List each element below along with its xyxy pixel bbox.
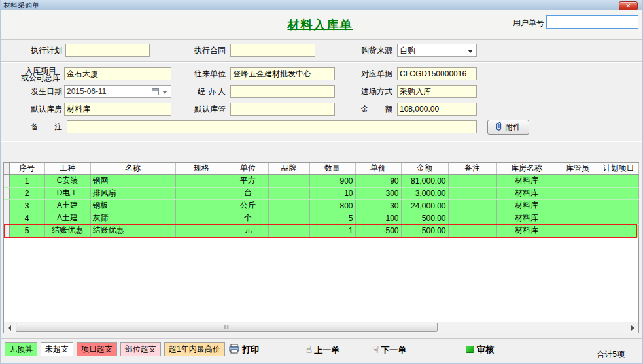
hand-up-icon: ☝ [306, 344, 312, 355]
col-header-unit[interactable]: 单位 [228, 163, 268, 174]
col-header-trade[interactable]: 工种 [44, 163, 90, 174]
amount-label: 金 额 [361, 103, 392, 116]
counterparty-input[interactable]: 登峰五金建材批发中心 [230, 67, 335, 80]
table-row[interactable]: 4 A土建 灰筛 个 5 100 500.00 材料库 [4, 212, 638, 224]
col-header-price[interactable]: 单价 [355, 163, 401, 174]
exec-contract-input[interactable] [230, 44, 315, 57]
col-header-seq[interactable]: 序号 [9, 163, 44, 174]
scroll-left-arrow[interactable] [4, 322, 15, 333]
user-no-input[interactable] [546, 15, 638, 29]
row-indicator-header [4, 163, 9, 174]
items-grid: 序号 工种 名称 规格 单位 品牌 数量 单价 金额 备注 库房名称 库管员 计… [3, 162, 639, 333]
remark-label: 备 注 [31, 120, 62, 133]
exec-plan-label: 执行计划 [31, 44, 62, 57]
exec-plan-input[interactable] [65, 44, 150, 57]
purchase-source-label: 购货来源 [361, 44, 392, 57]
date-picker[interactable]: 2015-06-11 [64, 85, 171, 98]
scroll-right-arrow[interactable] [627, 322, 638, 333]
table-row[interactable]: 3 A土建 钢板 公斤 800 30 24,000.00 材料库 [4, 199, 638, 212]
calendar-icon [152, 88, 159, 95]
footer-bar: 无预算 未超支 项目超支 部位超支 超1年内最高价 打印 ☝上一单 ☟下一单 审… [1, 338, 642, 363]
col-header-brand[interactable]: 品牌 [268, 163, 309, 174]
scrollbar-thumb[interactable]: ‖‖ [16, 323, 438, 332]
main-form-section: 入库项目或公司总库 金石大厦 往来单位 登峰五金建材批发中心 对应单据 CLCG… [1, 63, 642, 141]
table-row[interactable]: 1 C安装 钢网 平方 900 90 81,000.00 材料库 [4, 174, 638, 187]
col-header-spec[interactable]: 规格 [175, 163, 228, 174]
total-count-label: 合计5项 [597, 349, 625, 360]
project-label: 入库项目或公司总库 [20, 67, 61, 80]
audit-button[interactable]: 审核 [466, 343, 494, 357]
page-title: 材料入库单 [288, 17, 353, 33]
remark-input[interactable] [67, 120, 477, 133]
next-doc-button[interactable]: ☟下一单 [373, 343, 406, 357]
col-header-amount[interactable]: 金额 [401, 163, 448, 174]
col-header-qty[interactable]: 数量 [309, 163, 355, 174]
divider [1, 141, 642, 142]
window-title: 材料采购单 [3, 1, 39, 9]
warehouse-label: 默认库房 [31, 103, 62, 116]
prev-doc-button[interactable]: ☝上一单 [306, 343, 339, 357]
paperclip-icon [496, 122, 502, 131]
handler-label: 经 办 人 [194, 85, 226, 98]
handler-input[interactable] [230, 85, 335, 98]
close-button[interactable]: ✕ [619, 1, 638, 10]
project-input[interactable]: 金石大厦 [64, 67, 171, 80]
col-header-warehouse[interactable]: 库房名称 [496, 163, 557, 174]
keeper-label: 默认库管 [194, 103, 226, 116]
close-icon: ✕ [625, 2, 631, 9]
header-strip: 材料入库单 用户单号 [1, 10, 642, 40]
attachment-button[interactable]: 附件 [487, 120, 529, 135]
col-header-name[interactable]: 名称 [90, 163, 175, 174]
keeper-input[interactable] [230, 103, 335, 116]
amount-input[interactable]: 108,000.00 [397, 103, 477, 116]
table-row-highlighted[interactable]: 5 结账优惠 结账优惠 元 1 -500 -500.00 材料库 [4, 224, 638, 237]
legend-part-over: 部位超支 [120, 342, 161, 356]
material-purchase-window: 材料采购单 ✕ 材料入库单 用户单号 执行计划 执行合同 购货来源 自购 入库项… [0, 0, 643, 364]
chevron-down-icon [162, 91, 167, 94]
attachment-label: 附件 [505, 122, 521, 131]
col-header-plan[interactable]: 计划项目 [599, 163, 638, 174]
legend-no-budget: 无预算 [5, 342, 37, 356]
col-header-keeper[interactable]: 库管员 [557, 163, 599, 174]
entry-mode-label: 进场方式 [361, 85, 392, 98]
hand-down-icon: ☟ [373, 344, 379, 355]
user-no-label: 用户单号 [510, 16, 544, 29]
grid-header-row: 序号 工种 名称 规格 单位 品牌 数量 单价 金额 备注 库房名称 库管员 计… [4, 163, 638, 174]
col-header-remark[interactable]: 备注 [448, 163, 496, 174]
legend-max-price: 超1年内最高价 [164, 342, 225, 356]
ref-doc-input[interactable]: CLCGD150000016 [397, 67, 477, 80]
warehouse-input[interactable]: 材料库 [64, 103, 171, 116]
text-caret [549, 18, 549, 26]
entry-mode-input[interactable]: 采购入库 [397, 85, 477, 98]
print-button[interactable]: 打印 [229, 343, 259, 357]
table-row[interactable]: 2 D电工 排风扇 台 10 300 3,000.00 材料库 [4, 187, 638, 199]
printer-icon [229, 344, 239, 354]
plan-contract-strip: 执行计划 执行合同 购货来源 自购 [1, 40, 642, 62]
legend-project-over: 项目超支 [77, 342, 117, 356]
ref-doc-label: 对应单据 [361, 67, 392, 80]
chevron-down-icon [468, 50, 473, 53]
purchase-source-select[interactable]: 自购 [397, 44, 477, 57]
exec-contract-label: 执行合同 [194, 44, 226, 57]
legend-not-over: 未超支 [41, 342, 73, 356]
date-label: 发生日期 [31, 85, 62, 98]
horizontal-scrollbar[interactable]: ‖‖ [4, 322, 638, 333]
audit-green-icon [466, 346, 474, 353]
counterparty-label: 往来单位 [194, 67, 226, 80]
